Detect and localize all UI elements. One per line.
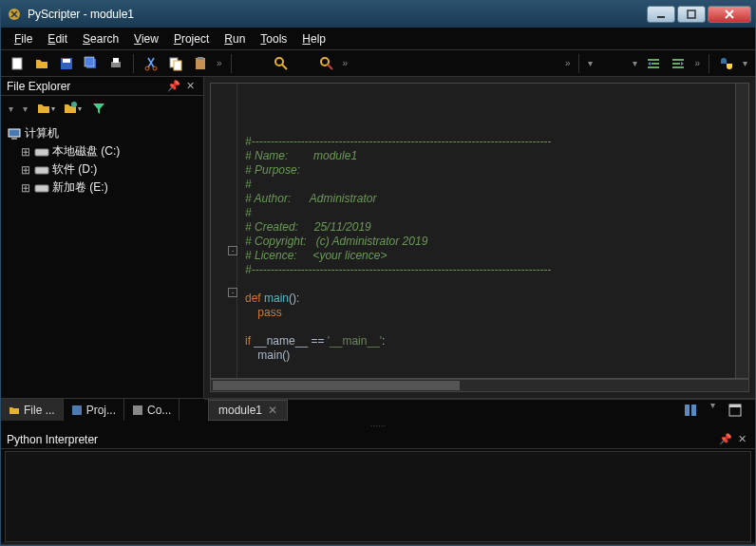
code-fn: main xyxy=(264,292,289,305)
dropdown-2[interactable]: ▾ xyxy=(631,58,639,68)
menu-project[interactable]: Project xyxy=(166,30,217,47)
tree-item-label: 本地磁盘 (C:) xyxy=(52,143,120,160)
computer-icon xyxy=(7,127,22,141)
toolbar-overflow-3[interactable]: » xyxy=(563,58,573,68)
file-explorer-toolbar: ▾ ▾ ▾ ▾ xyxy=(1,96,203,121)
svg-line-19 xyxy=(328,65,332,69)
menu-tools[interactable]: Tools xyxy=(253,30,294,47)
tree-item-c[interactable]: ⊞ 本地磁盘 (C:) xyxy=(7,142,198,160)
svg-line-17 xyxy=(282,65,287,69)
fe-filter-icon[interactable] xyxy=(88,98,109,119)
menu-help[interactable]: Help xyxy=(294,30,333,47)
code-text: __name__ xyxy=(254,334,308,348)
drive-icon xyxy=(34,164,49,176)
toolbar-overflow-2[interactable]: » xyxy=(341,58,350,68)
code-line: #---------------------------------------… xyxy=(245,135,551,148)
expander-icon[interactable]: ⊞ xyxy=(20,145,31,159)
close-button[interactable] xyxy=(708,6,751,23)
panel-close-button[interactable]: ✕ xyxy=(183,80,198,92)
tree-root[interactable]: 计算机 xyxy=(7,124,198,142)
svg-rect-29 xyxy=(35,149,48,156)
menu-search[interactable]: Search xyxy=(75,30,126,47)
vertical-scrollbar[interactable] xyxy=(735,84,748,378)
code-editor[interactable]: - - #-----------------------------------… xyxy=(210,83,749,379)
save-button[interactable] xyxy=(56,53,77,74)
toolbar-separator xyxy=(709,54,709,73)
tab-co[interactable]: Co... xyxy=(124,399,180,421)
menu-run[interactable]: Run xyxy=(217,30,253,47)
editor-tab-module1[interactable]: module1 ✕ xyxy=(208,400,288,421)
code-line: # Author: Administrator xyxy=(245,192,377,205)
indent-left-button[interactable] xyxy=(643,53,664,74)
editor-pane: - - #-----------------------------------… xyxy=(204,77,755,398)
editor-tab-label: module1 xyxy=(218,404,262,417)
expander-icon[interactable]: ⊞ xyxy=(20,181,31,195)
code-line: # Created: 25/11/2019 xyxy=(245,220,371,234)
tree-item-d[interactable]: ⊞ 软件 (D:) xyxy=(7,160,198,179)
maximize-button[interactable] xyxy=(677,6,706,23)
fe-folder2-icon[interactable]: ▾ xyxy=(62,98,83,119)
code-line: #---------------------------------------… xyxy=(245,263,551,276)
split-icon[interactable] xyxy=(680,400,701,421)
open-file-button[interactable] xyxy=(31,53,52,74)
fe-folder-icon[interactable]: ▾ xyxy=(35,98,56,119)
tree-item-e[interactable]: ⊞ 新加卷 (E:) xyxy=(7,179,198,197)
search-button[interactable] xyxy=(271,53,292,74)
menu-bar: File Edit Search View Project Run Tools … xyxy=(1,28,755,50)
print-button[interactable] xyxy=(105,53,126,74)
svg-rect-5 xyxy=(63,59,70,63)
menu-file[interactable]: File xyxy=(7,30,40,47)
code-kw: pass xyxy=(245,306,282,319)
window-icon[interactable] xyxy=(725,400,746,421)
pin-icon[interactable]: 📌 xyxy=(164,80,183,92)
scrollbar-thumb[interactable] xyxy=(213,381,460,390)
tab-label: File ... xyxy=(24,404,55,417)
file-explorer-title: File Explorer 📌 ✕ xyxy=(1,77,203,96)
interpreter-content[interactable] xyxy=(5,451,751,542)
toolbar-overflow-1[interactable]: » xyxy=(215,58,224,68)
panel-title-text: File Explorer xyxy=(7,80,164,93)
fold-icon[interactable]: - xyxy=(228,246,237,255)
code-line: # Copyright: (c) Administrator 2019 xyxy=(245,235,427,248)
horizontal-scrollbar[interactable] xyxy=(210,379,749,392)
svg-point-16 xyxy=(275,58,283,66)
fe-dropdown[interactable]: ▾ xyxy=(7,104,15,114)
toolbar-separator xyxy=(578,54,579,73)
fe-dropdown2[interactable]: ▾ xyxy=(21,104,29,114)
svg-rect-7 xyxy=(85,57,94,66)
folder-icon xyxy=(9,405,20,416)
search-replace-button[interactable] xyxy=(316,53,337,74)
paste-button[interactable] xyxy=(190,53,211,74)
bottom-tabs-row: File ... Proj... Co... module1 ✕ ▾ xyxy=(1,398,755,421)
splitter[interactable]: ······ xyxy=(1,421,755,430)
minimize-button[interactable] xyxy=(647,6,675,23)
tab-dropdown[interactable]: ▾ xyxy=(709,400,717,421)
svg-rect-1 xyxy=(657,16,665,18)
expander-icon[interactable]: ⊞ xyxy=(20,163,31,177)
save-all-button[interactable] xyxy=(81,53,102,74)
svg-rect-30 xyxy=(35,167,48,174)
panel-close-button[interactable]: ✕ xyxy=(735,433,749,445)
toolbar-overflow-4[interactable]: » xyxy=(692,58,702,68)
tab-proj[interactable]: Proj... xyxy=(64,399,124,421)
menu-edit[interactable]: Edit xyxy=(40,30,75,47)
svg-rect-15 xyxy=(198,57,203,60)
tab-file[interactable]: File ... xyxy=(1,399,64,421)
python-dropdown[interactable]: ▾ xyxy=(741,58,749,68)
new-file-button[interactable] xyxy=(7,53,28,74)
tab-close-button[interactable]: ✕ xyxy=(268,404,277,417)
svg-rect-21 xyxy=(652,63,659,65)
fold-icon[interactable]: - xyxy=(228,288,237,297)
svg-rect-35 xyxy=(691,405,696,416)
pin-icon[interactable]: 📌 xyxy=(716,433,735,445)
dropdown-1[interactable]: ▾ xyxy=(586,58,595,68)
project-icon xyxy=(71,405,83,416)
menu-view[interactable]: View xyxy=(126,30,166,47)
svg-rect-2 xyxy=(688,10,695,18)
panel-title-text: Python Interpreter xyxy=(7,433,716,446)
drive-icon xyxy=(34,146,49,158)
indent-right-button[interactable] xyxy=(668,53,689,74)
cut-button[interactable] xyxy=(141,53,161,74)
copy-button[interactable] xyxy=(165,53,186,74)
python-button[interactable] xyxy=(716,53,737,74)
